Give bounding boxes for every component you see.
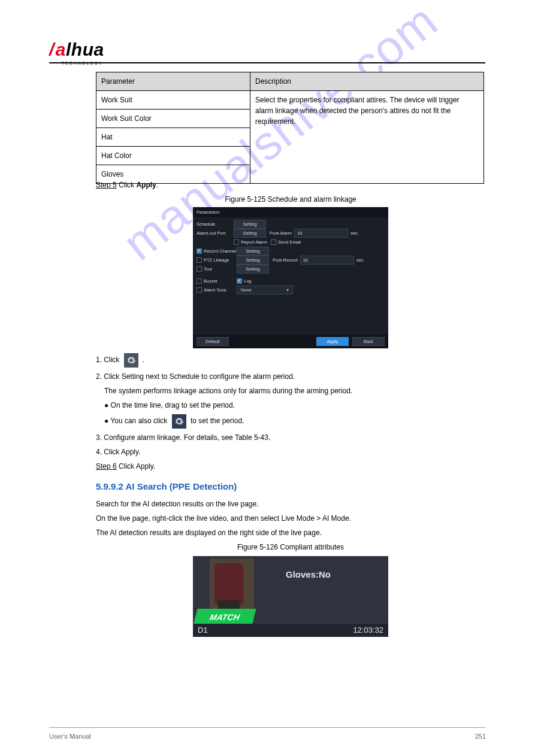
substep-desc: The system performs linkage actions only… xyxy=(96,385,485,396)
record-channel-setting-button[interactable]: Setting xyxy=(237,247,269,256)
ptz-linkage-label: PTZ Linkage xyxy=(204,257,237,263)
substep-text: 4. Click Apply. xyxy=(96,447,485,457)
th-parameter: Parameter xyxy=(96,72,250,91)
person-body-shape xyxy=(214,563,243,605)
post-alarm-input[interactable]: 10 xyxy=(294,229,348,238)
figure-caption: Figure 5-125 Schedule and alarm linkage xyxy=(96,194,485,205)
footer-right: 251 xyxy=(475,731,486,742)
gear-icon[interactable] xyxy=(124,353,138,368)
alarm-tone-checkbox[interactable] xyxy=(197,287,202,293)
cell-parameter: Hat xyxy=(96,128,250,147)
alarm-out-label: Alarm-out Port xyxy=(197,230,234,236)
substep-text: 3. Configure alarm linkage. For details,… xyxy=(96,432,485,443)
default-button[interactable]: Default xyxy=(197,337,229,346)
send-email-checkbox[interactable] xyxy=(271,239,276,245)
time-label: 12:03:32 xyxy=(353,624,383,636)
footer-left: User's Manual xyxy=(49,731,91,742)
figure-caption: Figure 5-126 Compliant attributes xyxy=(96,542,485,552)
report-alarm-checkbox[interactable] xyxy=(234,239,239,245)
buzzer-checkbox[interactable] xyxy=(197,278,202,284)
step-label: Step 6 xyxy=(96,462,117,470)
dialog-figure: Parameters ScheduleSetting Alarm-out Por… xyxy=(193,207,388,348)
alarm-tone-label: Alarm Tone xyxy=(204,287,237,293)
report-alarm-label: Report Alarm xyxy=(241,239,267,245)
cell-parameter: Work Suit Color xyxy=(96,110,250,128)
page: manualshive.com / a lhua TECHNOLOGY Para… xyxy=(0,0,535,756)
cell-description: Select the properties for compliant atti… xyxy=(250,91,484,184)
schedule-label: Schedule xyxy=(197,221,234,227)
parameter-table: Parameter Description Work Suit Select t… xyxy=(96,72,484,184)
tour-label: Tour xyxy=(204,266,237,272)
cell-parameter: Work Suit xyxy=(96,91,250,110)
table-row: Work Suit Select the properties for comp… xyxy=(96,91,484,110)
live-view-figure: MATCH Gloves:No D1 12:03:32 xyxy=(193,556,388,637)
send-email-label: Send Email xyxy=(278,239,301,245)
post-record-input[interactable]: 10 xyxy=(300,256,354,265)
substep-text: 2. Click Setting next to Schedule to con… xyxy=(96,371,485,382)
record-channel-label: Record Channel xyxy=(204,248,237,254)
alarm-tone-select[interactable]: None xyxy=(237,286,293,294)
section-text: On the live page, right-click the live v… xyxy=(96,513,485,524)
gloves-attribute: Gloves:No xyxy=(286,568,331,582)
section-text: Search for the AI detection results on t… xyxy=(96,499,485,509)
logo-rest: lhua xyxy=(66,36,104,63)
post-alarm-label: Post-Alarm xyxy=(270,230,292,236)
body-content: Step 5 Click Apply. Figure 5-125 Schedul… xyxy=(96,180,485,637)
cell-parameter: Hat Color xyxy=(96,147,250,165)
footer-rule xyxy=(49,727,485,728)
back-button[interactable]: Back xyxy=(352,337,385,346)
post-record-label: Post-Record xyxy=(273,257,298,263)
step-label: Step 5 xyxy=(96,181,117,189)
section-heading: 5.9.9.2 AI Search (PPE Detection) xyxy=(96,480,485,494)
logo-slash-icon: / xyxy=(49,36,55,63)
logo-a: a xyxy=(56,36,66,63)
section-text: The AI detection results are displayed o… xyxy=(96,527,485,538)
ptz-linkage-checkbox[interactable] xyxy=(197,257,202,263)
buzzer-label: Buzzer xyxy=(204,278,237,284)
tour-checkbox[interactable] xyxy=(197,266,202,272)
tour-setting-button[interactable]: Setting xyxy=(237,265,269,274)
log-checkbox[interactable] xyxy=(237,278,242,284)
ptz-setting-button[interactable]: Setting xyxy=(237,256,269,265)
schedule-setting-button[interactable]: Setting xyxy=(234,220,266,229)
channel-label: D1 xyxy=(198,624,208,636)
log-label: Log xyxy=(244,278,252,284)
bullet: ● On the time line, drag to set the peri… xyxy=(96,400,485,411)
record-channel-checkbox[interactable] xyxy=(197,248,202,254)
match-badge: MATCH xyxy=(194,609,256,626)
apply-button[interactable]: Apply xyxy=(316,337,349,346)
header-rule xyxy=(49,62,485,63)
sec-label2: sec. xyxy=(356,257,365,263)
alarm-out-setting-button[interactable]: Setting xyxy=(234,229,266,238)
th-description: Description xyxy=(250,72,484,91)
gear-icon[interactable] xyxy=(172,414,186,429)
dialog-title: Parameters xyxy=(193,207,388,217)
sec-label: sec. xyxy=(350,230,359,236)
